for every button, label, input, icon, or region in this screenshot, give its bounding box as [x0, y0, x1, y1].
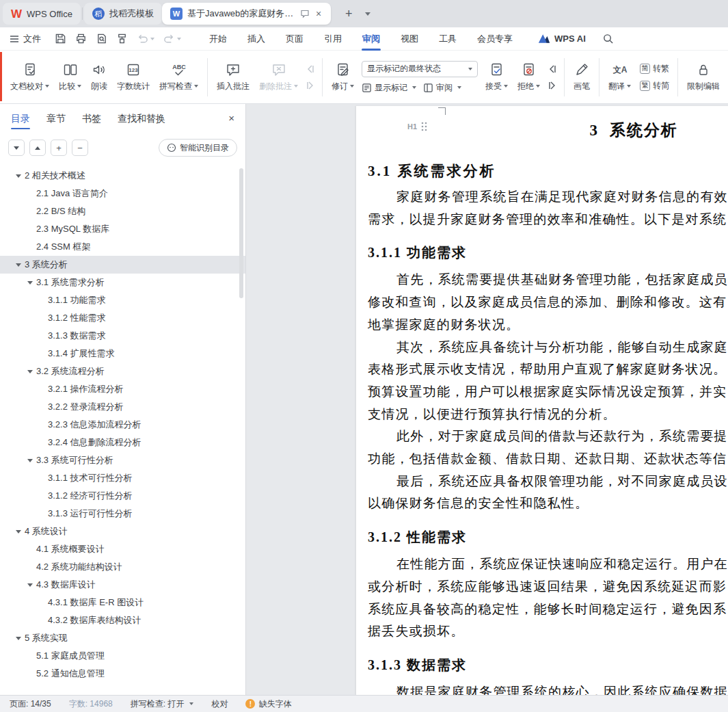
toc-item[interactable]: 3.2.4 信息删除流程分析 — [0, 434, 245, 451]
doc-body[interactable]: 3.1 系统需求分析家庭财务管理系统旨在满足现代家庭对财务信息的有效需求，以提升… — [368, 150, 728, 695]
menu-tab[interactable]: 会员专享 — [476, 27, 513, 51]
wps-ai-button[interactable]: WPS AI — [538, 34, 586, 44]
sidebar-tab[interactable]: 查找和替换 — [118, 105, 165, 133]
menu-tab[interactable]: 工具 — [438, 27, 457, 51]
new-tab-button[interactable]: + — [340, 5, 357, 22]
sidebar-scrollbar[interactable] — [239, 168, 243, 298]
expand-all-button[interactable] — [29, 140, 46, 156]
toc-item[interactable]: 3.2.2 登录流程分析 — [0, 398, 245, 416]
toc-item[interactable]: 2.3 MySQL 数据库 — [0, 220, 245, 238]
spell-check-button[interactable]: ABC 拼写检查 — [154, 55, 203, 100]
toc-item[interactable]: 3.2.3 信息添加流程分析 — [0, 416, 245, 434]
to-simplified-button[interactable]: 繁 转简 — [640, 80, 669, 92]
toc-expand-icon[interactable] — [12, 263, 25, 267]
toc-expand-icon[interactable] — [24, 583, 36, 587]
toc-item[interactable]: 2.2 B/S 结构 — [0, 202, 245, 220]
toc-item[interactable]: 3 系统分析 — [0, 256, 245, 274]
toc-item[interactable]: 4.3 数据库设计 — [0, 576, 245, 594]
format-painter-icon[interactable] — [116, 33, 128, 44]
undo-button[interactable] — [137, 34, 154, 44]
toc-item[interactable]: 4.1 系统概要设计 — [0, 540, 245, 558]
next-revision-icon[interactable] — [547, 81, 558, 90]
menu-tab[interactable]: 引用 — [323, 27, 342, 51]
toc-item[interactable]: 3.1.3 数据需求 — [0, 327, 245, 345]
close-tab-button[interactable]: × — [314, 9, 323, 18]
tab-docer[interactable]: 稻 找稻壳模板 — [84, 3, 162, 25]
to-traditional-button[interactable]: 简 转繁 — [640, 63, 669, 75]
toc-item[interactable]: 5 系统实现 — [0, 629, 245, 647]
toc-item[interactable]: 3.2 系统流程分析 — [0, 362, 245, 380]
toc-item[interactable]: 2 相关技术概述 — [0, 167, 245, 185]
toc-zoom-out-button[interactable]: − — [72, 140, 88, 156]
redo-button[interactable] — [163, 34, 181, 44]
previous-revision-icon[interactable] — [547, 64, 558, 74]
collapse-all-button[interactable] — [8, 140, 25, 156]
reject-revision-button[interactable]: 拒绝 — [513, 55, 545, 100]
show-markup-button[interactable]: 显示标记 — [362, 82, 416, 94]
track-changes-button[interactable]: 修订 — [327, 55, 359, 100]
toc-item[interactable]: 3.1.3 运行可行性分析 — [0, 505, 245, 523]
next-comment-icon[interactable] — [305, 81, 316, 90]
menu-tab[interactable]: 页面 — [285, 27, 304, 51]
markup-state-select[interactable]: 显示标记的最终状态 — [362, 61, 478, 77]
toc-expand-icon[interactable] — [24, 459, 36, 462]
toc-item[interactable]: 3.1.1 技术可行性分析 — [0, 469, 245, 487]
toc-item[interactable]: 5.1 家庭成员管理 — [0, 647, 245, 665]
toc-item[interactable]: 3.1.2 经济可行性分析 — [0, 487, 245, 505]
toc-expand-icon[interactable] — [24, 370, 36, 373]
page-indicator[interactable]: 页面: 14/35 — [10, 698, 51, 710]
sidebar-tab[interactable]: 目录 — [11, 105, 30, 133]
compare-button[interactable]: 比较 — [54, 55, 86, 100]
sidebar-tab[interactable]: 章节 — [46, 105, 66, 133]
insert-comment-button[interactable]: 插入批注 — [212, 55, 254, 100]
spellcheck-status[interactable]: 拼写检查: 打开 — [131, 698, 194, 710]
sidebar-tab[interactable]: 书签 — [82, 105, 101, 133]
previous-comment-icon[interactable] — [305, 64, 316, 74]
printer-icon[interactable] — [75, 33, 87, 44]
restrict-editing-button[interactable]: 限制编辑 — [682, 55, 725, 100]
toc-item[interactable]: 3.3 系统可行性分析 — [0, 451, 245, 469]
toc-item[interactable]: 3.1.1 功能需求 — [0, 291, 245, 309]
toc-item[interactable]: 4 系统设计 — [0, 523, 245, 540]
toc-item[interactable]: 3.1.2 性能需求 — [0, 309, 245, 327]
menu-tab[interactable]: 开始 — [208, 27, 228, 51]
missing-font-warning[interactable]: ! 缺失字体 — [245, 698, 291, 710]
accept-revision-button[interactable]: 接受 — [481, 55, 513, 100]
toc-item[interactable]: 2.1 Java 语言简介 — [0, 185, 245, 202]
close-sidebar-button[interactable]: × — [228, 112, 234, 124]
tab-wps-home[interactable]: W WPS Office — [3, 3, 81, 25]
tab-document[interactable]: W 基于Javaweb的家庭财务管理 × — [162, 3, 331, 25]
doc-proofing-button[interactable]: 文档校对 — [5, 55, 54, 100]
tab-list-dropdown-icon[interactable] — [365, 12, 370, 16]
toc-item[interactable]: 4.2 系统功能结构设计 — [0, 558, 245, 576]
document-page[interactable]: H1 3 系统分析 3.1 系统需求分析家庭财务管理系统旨在满足现代家庭对财务信… — [356, 106, 728, 695]
menu-tab[interactable]: 视图 — [400, 27, 419, 51]
word-count-button[interactable]: 123 字数统计 — [112, 55, 154, 100]
search-icon[interactable] — [602, 33, 614, 44]
toc-item[interactable]: 5.2 通知信息管理 — [0, 665, 245, 683]
translate-button[interactable]: 文A 翻译 — [604, 55, 636, 100]
toc-item[interactable]: 4.3.1 数据库 E-R 图设计 — [0, 594, 245, 611]
proofread-button[interactable]: 校对 — [211, 698, 228, 710]
toc-item[interactable]: 4.3.2 数据库表结构设计 — [0, 611, 245, 629]
pen-button[interactable]: 画笔 — [569, 55, 595, 100]
toc-expand-icon[interactable] — [12, 637, 25, 640]
toc-item[interactable]: 2.4 SSM 框架 — [0, 238, 245, 256]
print-preview-icon[interactable] — [96, 33, 107, 44]
delete-comment-button[interactable]: 删除批注 — [254, 55, 303, 100]
toc-item[interactable]: 3.2.1 操作流程分析 — [0, 380, 245, 398]
menu-tab[interactable]: 审阅 — [362, 27, 381, 51]
menu-tab[interactable]: 插入 — [247, 27, 266, 51]
file-menu-button[interactable]: 文件 — [10, 33, 41, 45]
smart-toc-button[interactable]: 智能识别目录 — [159, 139, 237, 157]
toc-item[interactable]: 3.1.4 扩展性需求 — [0, 345, 245, 362]
word-count-indicator[interactable]: 字数: 14968 — [69, 698, 113, 710]
save-icon[interactable] — [55, 33, 66, 44]
toc-expand-icon[interactable] — [12, 530, 25, 533]
toc-expand-icon[interactable] — [12, 174, 25, 178]
toc-expand-icon[interactable] — [24, 281, 36, 285]
toc-item[interactable]: 3.1 系统需求分析 — [0, 274, 245, 291]
read-aloud-button[interactable]: 朗读 — [86, 55, 112, 100]
review-pane-button[interactable]: 审阅 — [423, 82, 461, 94]
toc-zoom-in-button[interactable]: + — [51, 140, 67, 156]
